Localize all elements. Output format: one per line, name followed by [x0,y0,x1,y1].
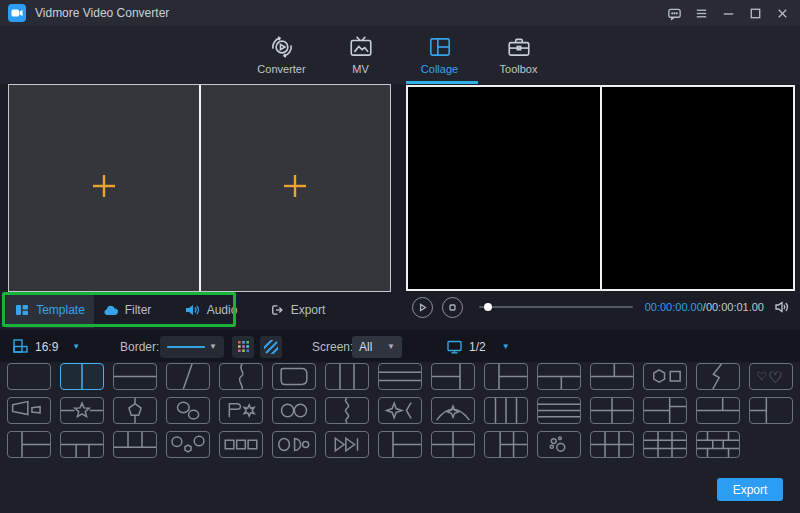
page-dropdown-arrow[interactable]: ▼ [502,342,510,351]
menu-icon[interactable] [688,0,715,26]
template-four-vertical[interactable] [484,397,528,424]
feedback-chat-icon[interactable] [661,0,688,26]
tab-toolbox[interactable]: Toolbox [491,33,547,75]
template-left-col-right-grid[interactable] [484,431,528,458]
play-button[interactable] [412,297,433,318]
slider-handle[interactable] [484,303,492,311]
diagonal-stripes-icon [264,340,278,354]
time-display: 00:00:00.00/00:00:01.00 [645,301,764,313]
template-left-col-right-rows[interactable] [7,431,51,458]
template-curve-split[interactable] [219,363,263,390]
template-top-bottom-three[interactable] [60,431,104,458]
template-three-horizontal[interactable] [378,363,422,390]
template-three-circles[interactable] [166,431,210,458]
template-two-ovals[interactable] [272,397,316,424]
tab-converter[interactable]: Converter [254,33,310,75]
add-media-plus-icon[interactable] [91,173,117,203]
minimize-icon[interactable] [715,0,742,26]
main-nav: Converter MV Collage Toolbox [0,26,800,84]
template-four-horizontal[interactable] [537,397,581,424]
tab-mv[interactable]: MV [333,33,389,75]
collage-editor [8,84,391,292]
editor-panel-tabs: Template Filter Audio Export [0,292,400,328]
template-lightning[interactable] [696,363,740,390]
export-panel-icon [269,303,284,317]
preview-cell-2 [602,87,794,289]
template-row-1: ♡♡ [0,363,800,390]
template-oval-half-dot[interactable] [272,431,316,458]
template-hearts[interactable]: ♡♡ [749,363,793,390]
tab-filter[interactable]: Filter [96,292,158,328]
editor-cell-1[interactable] [9,85,199,291]
export-button[interactable]: Export [717,478,783,501]
add-media-plus-icon[interactable] [282,173,308,203]
tab-export[interactable]: Export [262,292,332,328]
template-grid-top-split[interactable] [696,397,740,424]
template-clover-split[interactable] [325,397,369,424]
template-single[interactable] [7,363,51,390]
total-time: 00:00:01.00 [706,301,764,313]
template-arc-sparkle[interactable] [431,397,475,424]
template-split-top-bottom[interactable] [590,363,634,390]
screen-dropdown-arrow[interactable]: ▼ [387,342,395,351]
template-left-col-right-rows[interactable] [378,431,422,458]
template-two-vertical[interactable] [60,363,104,390]
preview-cell-1 [408,87,600,289]
template-grid-3x3[interactable] [643,431,687,458]
screen-value: All [359,340,372,354]
template-rounded-inset[interactable] [272,363,316,390]
active-tab-indicator [406,81,478,84]
template-top-three-bottom[interactable] [113,431,157,458]
template-star-band[interactable] [60,397,104,424]
template-two-triangles[interactable] [325,431,369,458]
template-grid-right-offset[interactable] [643,397,687,424]
tab-toolbox-label: Toolbox [500,63,538,75]
screen-dropdown[interactable]: All ▼ [352,330,402,363]
template-bubbles[interactable] [537,431,581,458]
close-icon[interactable] [769,0,796,26]
border-line-swatch [167,345,205,349]
template-grid-2x2[interactable] [590,397,634,424]
template-flag-gear[interactable] [219,397,263,424]
border-pattern-button[interactable] [260,330,282,363]
template-grid: ♡♡ [0,362,800,464]
template-pentagon[interactable] [113,397,157,424]
template-grid-2x2[interactable] [431,431,475,458]
tab-audio[interactable]: Audio [180,292,242,328]
template-two-horizontal[interactable] [113,363,157,390]
stop-button[interactable] [442,297,463,318]
border-style-dropdown[interactable]: ▼ [160,330,224,363]
template-left-rows-right-col[interactable] [431,363,475,390]
app-window: Vidmore Video Converter Convert [0,0,800,513]
filter-icon [103,304,118,317]
template-left-col-right-rows[interactable] [484,363,528,390]
border-dropdown-arrow[interactable]: ▼ [209,342,217,351]
template-three-vertical[interactable] [325,363,369,390]
page-indicator: 1/2 [469,340,486,354]
screen-label: Screen: [312,340,353,354]
page-control[interactable]: 1/2 ▼ [446,330,510,363]
template-hex-square[interactable] [643,363,687,390]
volume-icon[interactable] [774,300,790,314]
tab-filter-label: Filter [125,303,152,317]
progress-slider[interactable] [479,306,633,308]
aspect-dropdown-arrow[interactable]: ▼ [72,342,80,351]
template-three-squares[interactable] [219,431,263,458]
template-left-rows-right-tall[interactable] [749,397,793,424]
template-burst-bracket[interactable] [378,397,422,424]
tab-template[interactable]: Template [6,292,94,328]
template-top-bottom-split[interactable] [537,363,581,390]
template-grid-brick[interactable] [696,431,740,458]
template-two-ovals-diagonal[interactable] [166,397,210,424]
playback-controls: 00:00:00.00/00:00:01.00 [406,292,798,322]
editor-cell-2[interactable] [201,85,391,291]
aspect-ratio-control[interactable]: 16:9 ▼ [12,330,80,363]
tab-collage[interactable]: Collage [412,33,468,75]
template-diagonal[interactable] [166,363,210,390]
template-grid-2x3[interactable] [590,431,634,458]
border-group: Border: [120,330,159,363]
maximize-icon[interactable] [742,0,769,26]
window-title: Vidmore Video Converter [35,6,169,20]
border-color-button[interactable] [232,330,254,363]
template-megaphone[interactable] [7,397,51,424]
